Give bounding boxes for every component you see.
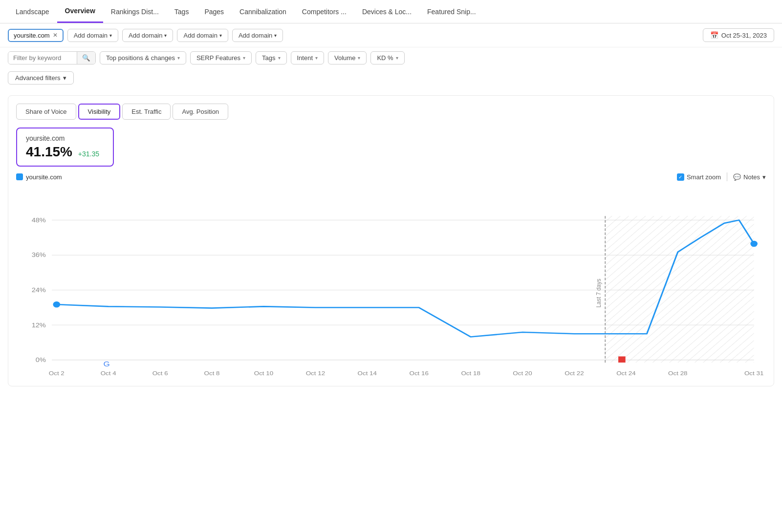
stat-change: +31.35	[78, 150, 99, 158]
svg-text:24%: 24%	[32, 287, 46, 294]
vertical-divider	[727, 172, 727, 181]
notes-label: Notes	[743, 173, 760, 181]
svg-text:Oct 28: Oct 28	[668, 370, 687, 377]
domain-toolbar: yoursite.com ✕ Add domain ▾ Add domain ▾…	[0, 23, 782, 47]
top-positions-filter[interactable]: Top positions & changes ▾	[100, 51, 186, 64]
calendar-icon: 📅	[710, 31, 718, 39]
stat-domain-label: yoursite.com	[26, 134, 104, 142]
chevron-down-icon-5: ▾	[177, 55, 180, 61]
chevron-down-icon-9: ▾	[358, 55, 360, 61]
stat-card: yoursite.com 41.15% +31.35	[16, 128, 114, 167]
legend-left: yoursite.com	[16, 173, 62, 181]
domain-tag-label: yoursite.com	[14, 32, 50, 39]
svg-text:Oct 18: Oct 18	[461, 370, 480, 377]
add-domain-label-3: Add domain	[183, 32, 217, 39]
svg-text:Oct 8: Oct 8	[204, 370, 220, 377]
add-domain-button-1[interactable]: Add domain ▾	[67, 29, 118, 42]
stat-value: 41.15%	[26, 144, 72, 159]
nav-competitors[interactable]: Competitors ...	[294, 1, 354, 22]
tags-label: Tags	[262, 54, 275, 62]
nav-landscape[interactable]: Landscape	[8, 1, 57, 22]
filter-toolbar: 🔍 Top positions & changes ▾ SERP Feature…	[0, 47, 782, 68]
nav-overview[interactable]: Overview	[57, 0, 103, 23]
top-navigation: Landscape Overview Rankings Dist... Tags…	[0, 0, 782, 23]
kd-filter[interactable]: KD % ▾	[370, 51, 404, 64]
svg-text:12%: 12%	[32, 321, 46, 328]
domain-remove-button[interactable]: ✕	[53, 32, 58, 39]
chart-svg-wrap: 0% 12% 24% 36% 48% Last 7 days G Oct 2	[16, 185, 766, 382]
advanced-filters-button[interactable]: Advanced filters ▾	[8, 71, 74, 85]
smart-zoom-toggle[interactable]: ✓ Smart zoom	[677, 173, 721, 181]
chevron-down-icon-10: ▾	[396, 55, 398, 61]
add-domain-button-3[interactable]: Add domain ▾	[177, 29, 228, 42]
add-domain-label-2: Add domain	[129, 32, 162, 39]
tab-visibility[interactable]: Visibility	[78, 104, 121, 120]
smart-zoom-label: Smart zoom	[687, 173, 721, 181]
notes-button[interactable]: 💬 Notes ▾	[733, 173, 766, 181]
svg-text:Oct 2: Oct 2	[49, 370, 65, 377]
tab-est-traffic[interactable]: Est. Traffic	[122, 104, 171, 120]
chevron-down-icon-11: ▾	[63, 74, 66, 82]
chevron-down-icon-8: ▾	[315, 55, 318, 61]
nav-devices-loc[interactable]: Devices & Loc...	[354, 1, 419, 22]
notes-icon: 💬	[733, 173, 741, 181]
date-range-button[interactable]: 📅 Oct 25-31, 2023	[703, 28, 774, 42]
legend-dot-yoursite	[16, 173, 23, 180]
svg-text:48%: 48%	[32, 217, 46, 224]
top-positions-label: Top positions & changes	[106, 54, 175, 62]
chart-container: Share of Voice Visibility Est. Traffic A…	[8, 95, 774, 386]
tags-filter[interactable]: Tags ▾	[256, 51, 286, 64]
add-domain-label-4: Add domain	[239, 32, 272, 39]
svg-text:Oct 31: Oct 31	[744, 370, 763, 377]
svg-text:0%: 0%	[36, 357, 46, 363]
svg-rect-11	[605, 216, 754, 362]
nav-pages[interactable]: Pages	[196, 1, 232, 22]
svg-text:Oct 6: Oct 6	[152, 370, 168, 377]
add-domain-label-1: Add domain	[74, 32, 108, 39]
nav-cannibalization[interactable]: Cannibalization	[232, 1, 294, 22]
nav-tags[interactable]: Tags	[167, 1, 197, 22]
chevron-down-icon-3: ▾	[219, 33, 222, 38]
serp-features-label: SERP Features	[196, 54, 240, 62]
red-marker	[618, 357, 626, 363]
chevron-down-icon-4: ▾	[274, 33, 277, 38]
legend-right: ✓ Smart zoom 💬 Notes ▾	[677, 172, 766, 181]
intent-filter[interactable]: Intent ▾	[291, 51, 325, 64]
nav-rankings-dist[interactable]: Rankings Dist...	[103, 1, 167, 22]
svg-text:36%: 36%	[32, 252, 46, 258]
domain-tag[interactable]: yoursite.com ✕	[8, 29, 64, 42]
chevron-down-icon-6: ▾	[243, 55, 245, 61]
serp-features-filter[interactable]: SERP Features ▾	[190, 51, 252, 64]
svg-text:Oct 14: Oct 14	[358, 370, 377, 377]
visibility-chart: 0% 12% 24% 36% 48% Last 7 days G Oct 2	[16, 185, 766, 381]
smart-zoom-checkbox[interactable]: ✓	[677, 173, 684, 181]
svg-text:Oct 4: Oct 4	[101, 370, 116, 377]
chevron-down-icon-7: ▾	[278, 55, 281, 61]
date-range-label: Oct 25-31, 2023	[721, 32, 767, 39]
add-domain-button-4[interactable]: Add domain ▾	[232, 29, 283, 42]
chevron-down-icon-2: ▾	[164, 33, 167, 38]
svg-text:G: G	[103, 360, 109, 368]
svg-text:Oct 22: Oct 22	[565, 370, 584, 377]
tab-share-of-voice[interactable]: Share of Voice	[16, 104, 76, 120]
svg-text:Oct 10: Oct 10	[254, 370, 273, 377]
nav-featured-snip[interactable]: Featured Snip...	[419, 1, 484, 22]
chart-start-dot	[53, 301, 60, 308]
advanced-filter-row: Advanced filters ▾	[0, 68, 782, 89]
volume-filter[interactable]: Volume ▾	[328, 51, 367, 64]
advanced-filters-label: Advanced filters	[15, 74, 61, 82]
svg-text:Last 7 days: Last 7 days	[595, 278, 602, 307]
svg-text:Oct 16: Oct 16	[410, 370, 429, 377]
chevron-down-icon: ▾	[109, 33, 112, 38]
keyword-search-button[interactable]: 🔍	[77, 52, 95, 64]
tab-avg-position[interactable]: Avg. Position	[173, 104, 228, 120]
kd-label: KD %	[377, 54, 393, 62]
volume-label: Volume	[334, 54, 355, 62]
intent-label: Intent	[297, 54, 313, 62]
svg-text:Oct 24: Oct 24	[616, 370, 635, 377]
keyword-search[interactable]: 🔍	[8, 51, 96, 64]
metric-tabs: Share of Voice Visibility Est. Traffic A…	[16, 104, 766, 120]
add-domain-button-2[interactable]: Add domain ▾	[122, 29, 173, 42]
chevron-down-icon-12: ▾	[762, 173, 766, 181]
keyword-search-input[interactable]	[8, 52, 77, 64]
